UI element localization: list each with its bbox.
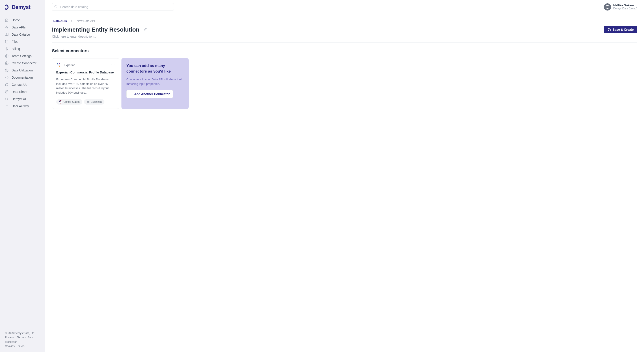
logo[interactable]: Demyst xyxy=(0,4,45,16)
tag-country: United States xyxy=(56,99,82,105)
sidebar-item-contact-us[interactable]: Contact Us xyxy=(0,81,45,88)
svg-rect-25 xyxy=(87,101,89,103)
provider-logo: e xyxy=(56,62,61,67)
svg-point-13 xyxy=(55,5,57,8)
logo-text: Demyst xyxy=(12,4,30,10)
description-input[interactable]: Click here to enter description... xyxy=(52,35,637,42)
dollar-icon xyxy=(5,47,8,51)
edit-icon[interactable] xyxy=(144,28,147,31)
home-icon xyxy=(5,18,8,22)
sidebar-item-label: Data APIs xyxy=(12,25,26,29)
sidebar-item-home[interactable]: Home xyxy=(0,16,45,24)
sidebar-item-label: User Activity xyxy=(12,104,29,108)
sidebar-item-label: Home xyxy=(12,18,20,22)
sidebar-item-label: Data Catalog xyxy=(12,33,30,36)
info-description: Connectors in your Data API will share t… xyxy=(126,77,184,86)
sidebar-item-label: Demyst AI xyxy=(12,97,26,101)
plus-icon xyxy=(130,93,132,95)
sidebar-item-documentation[interactable]: Documentation xyxy=(0,74,45,81)
us-flag-icon xyxy=(59,100,62,103)
briefcase-icon xyxy=(87,100,90,103)
svg-point-5 xyxy=(6,63,7,64)
sidebar-item-label: Documentation xyxy=(12,76,33,79)
clock-icon xyxy=(5,68,8,72)
activity-icon xyxy=(5,25,8,29)
sidebar-item-label: Contact Us xyxy=(12,83,27,86)
tag-type: Business xyxy=(84,99,104,105)
save-create-button[interactable]: Save & Create xyxy=(604,26,637,33)
code-icon xyxy=(5,76,8,79)
svg-point-23 xyxy=(113,65,114,65)
save-button-label: Save & Create xyxy=(613,28,634,31)
sidebar-item-create-connector[interactable]: Create Connector xyxy=(0,59,45,67)
logo-icon xyxy=(5,4,10,10)
breadcrumb-current: New Data API xyxy=(77,19,95,23)
svg-point-22 xyxy=(111,65,112,65)
sidebar-item-user-activity[interactable]: User Activity xyxy=(0,103,45,110)
svg-point-24 xyxy=(114,65,114,65)
svg-point-4 xyxy=(6,55,7,56)
sidebar-item-data-apis[interactable]: Data APIs xyxy=(0,24,45,31)
connector-description: Experian's Commercial Profile Database i… xyxy=(56,77,115,95)
avatar xyxy=(604,3,611,10)
sidebar-item-label: Team Settings xyxy=(12,54,32,58)
provider-name: Experian xyxy=(64,63,75,67)
connector-title: Experian Commercial Profile Database xyxy=(56,70,115,74)
gear-icon xyxy=(5,54,8,58)
tag-country-label: United States xyxy=(64,100,80,103)
footer-link-slas[interactable]: SLAs xyxy=(18,345,24,348)
sidebar-item-data-utilization[interactable]: Data Utilization xyxy=(0,67,45,74)
footer-link-terms[interactable]: Terms xyxy=(17,336,24,339)
user-menu[interactable]: Mallika Gokarn DemystData (demo) xyxy=(604,3,637,10)
sidebar-item-label: Data Utilization xyxy=(12,68,33,72)
add-button-label: Add Another Connector xyxy=(134,92,170,96)
list-icon xyxy=(5,104,8,108)
more-icon[interactable] xyxy=(111,63,115,67)
code-icon xyxy=(5,97,8,101)
sidebar-item-data-share[interactable]: Data Share xyxy=(0,88,45,95)
tag-type-label: Business xyxy=(91,100,102,103)
pie-icon xyxy=(5,90,8,94)
search-icon xyxy=(54,5,58,9)
gear-icon xyxy=(5,61,8,65)
svg-line-14 xyxy=(57,7,57,8)
footer-copyright: © 2023 DemystData, Ltd xyxy=(5,331,40,336)
globe-icon xyxy=(606,5,610,9)
add-connector-button[interactable]: Add Another Connector xyxy=(126,90,173,98)
info-title: You can add as many connectors as you'd … xyxy=(126,63,184,74)
section-title: Select connectors xyxy=(52,48,637,53)
footer-link-cookies[interactable]: Cookies xyxy=(5,345,14,348)
sidebar-item-files[interactable]: Files xyxy=(0,38,45,45)
user-org: DemystData (demo) xyxy=(613,7,637,10)
svg-point-2 xyxy=(6,40,8,41)
book-icon xyxy=(5,33,8,36)
info-card: You can add as many connectors as you'd … xyxy=(122,58,189,109)
breadcrumb: Data APIs New Data API xyxy=(52,19,637,23)
chevron-right-icon xyxy=(70,20,73,22)
svg-point-19 xyxy=(60,65,60,65)
sidebar-item-demyst-ai[interactable]: Demyst AI xyxy=(0,95,45,103)
sidebar-item-label: Create Connector xyxy=(12,61,36,65)
sidebar-item-label: Data Share xyxy=(12,90,28,94)
sidebar-item-label: Billing xyxy=(12,47,20,51)
sidebar-item-label: Files xyxy=(12,40,18,43)
save-icon xyxy=(608,28,611,31)
sidebar-item-data-catalog[interactable]: Data Catalog xyxy=(0,31,45,38)
nav-list: Home Data APIs Data Catalog Files Billin… xyxy=(0,16,45,331)
chat-icon xyxy=(5,83,8,86)
footer: © 2023 DemystData, Ltd Privacy· Terms· S… xyxy=(0,331,45,349)
svg-point-17 xyxy=(57,63,58,64)
page-title: Implementing Entity Resolution xyxy=(52,26,140,33)
sidebar-item-team-settings[interactable]: Team Settings xyxy=(0,52,45,59)
sidebar-item-billing[interactable]: Billing xyxy=(0,45,45,52)
footer-link-privacy[interactable]: Privacy xyxy=(5,336,14,339)
user-name: Mallika Gokarn xyxy=(613,3,637,7)
database-icon xyxy=(5,40,8,43)
search-input[interactable] xyxy=(52,3,174,11)
svg-text:e: e xyxy=(58,64,60,66)
breadcrumb-root[interactable]: Data APIs xyxy=(53,19,67,23)
connector-card: e Experian Experian Commercial Profile D… xyxy=(52,58,119,109)
